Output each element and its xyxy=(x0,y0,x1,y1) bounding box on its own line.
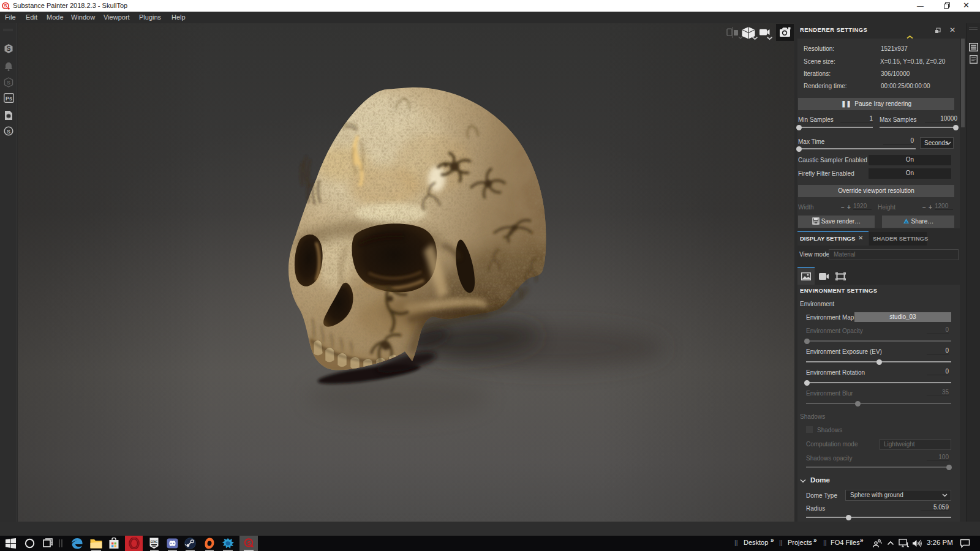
svg-text:S: S xyxy=(247,540,251,546)
svg-text:S: S xyxy=(7,80,10,86)
svg-text:EPIC: EPIC xyxy=(151,540,158,544)
svg-text:S: S xyxy=(7,45,11,52)
svg-text:S: S xyxy=(4,3,7,9)
svg-text:Ps: Ps xyxy=(6,96,12,102)
svg-text:S: S xyxy=(7,129,10,135)
